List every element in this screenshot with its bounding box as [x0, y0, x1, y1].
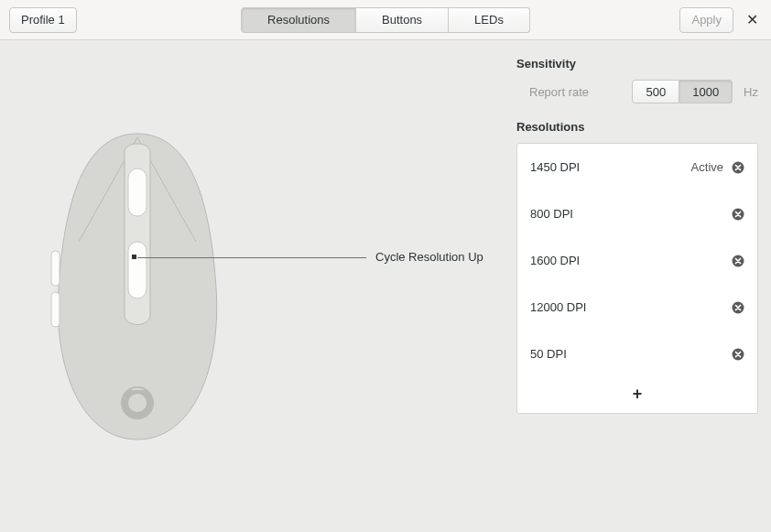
tab-label: Buttons — [382, 13, 422, 27]
tab-buttons[interactable]: Buttons — [356, 7, 449, 33]
mouse-preview-pane: Cycle Resolution Up — [0, 40, 513, 532]
delete-icon[interactable] — [731, 207, 744, 221]
delete-icon[interactable] — [731, 300, 744, 314]
resolutions-heading: Resolutions — [516, 120, 758, 134]
resolution-row[interactable]: 800 DPI — [517, 190, 757, 237]
svg-rect-1 — [128, 242, 147, 299]
report-rate-label: Report rate — [529, 85, 589, 99]
svg-rect-0 — [128, 168, 147, 216]
svg-rect-3 — [51, 292, 60, 327]
settings-panel: Sensitivity Report rate 500 1000 Hz Reso… — [513, 40, 771, 532]
apply-button[interactable]: Apply — [679, 7, 733, 33]
mouse-illustration — [46, 132, 229, 446]
add-resolution-button[interactable]: + — [517, 377, 757, 413]
tab-label: Resolutions — [267, 13, 330, 27]
toolbar: Profile 1 Resolutions Buttons LEDs Apply… — [0, 0, 771, 40]
resolutions-list: 1450 DPI Active 800 DPI 1600 DPI 120 — [516, 143, 758, 414]
delete-icon[interactable] — [731, 347, 744, 361]
delete-icon[interactable] — [731, 160, 744, 174]
resolution-row[interactable]: 1600 DPI — [517, 237, 757, 284]
callout-label: Cycle Resolution Up — [375, 250, 483, 264]
rate-label: 1000 — [692, 85, 719, 99]
report-rate-selector: 500 1000 — [632, 80, 733, 103]
report-rate-row: Report rate 500 1000 Hz — [516, 80, 758, 103]
profile-selector[interactable]: Profile 1 — [9, 7, 77, 33]
resolution-value: 1450 DPI — [530, 160, 691, 174]
rate-unit: Hz — [744, 85, 758, 99]
resolution-value: 50 DPI — [530, 347, 731, 361]
content: Cycle Resolution Up Sensitivity Report r… — [0, 40, 771, 532]
tab-label: LEDs — [474, 13, 504, 27]
tab-resolutions[interactable]: Resolutions — [241, 7, 356, 33]
profile-label: Profile 1 — [21, 13, 65, 27]
main-tabs: Resolutions Buttons LEDs — [241, 7, 530, 33]
resolution-value: 800 DPI — [530, 207, 731, 221]
resolution-row[interactable]: 1450 DPI Active — [517, 144, 757, 190]
sensitivity-heading: Sensitivity — [516, 57, 758, 71]
callout-line — [137, 257, 366, 258]
plus-icon: + — [633, 385, 643, 403]
delete-icon[interactable] — [731, 254, 744, 267]
close-icon[interactable]: ✕ — [743, 7, 762, 32]
active-badge: Active — [691, 160, 723, 174]
resolution-value: 12000 DPI — [530, 300, 731, 314]
rate-option-1000[interactable]: 1000 — [679, 80, 733, 103]
callout-marker — [132, 255, 136, 259]
toolbar-right: Apply ✕ — [679, 7, 762, 33]
resolution-row[interactable]: 50 DPI — [517, 331, 757, 377]
rate-option-500[interactable]: 500 — [632, 80, 679, 103]
rate-label: 500 — [646, 85, 666, 99]
tab-leds[interactable]: LEDs — [449, 7, 530, 33]
apply-label: Apply — [691, 13, 722, 27]
resolution-value: 1600 DPI — [530, 254, 731, 267]
resolution-row[interactable]: 12000 DPI — [517, 284, 757, 331]
svg-rect-2 — [51, 251, 60, 286]
